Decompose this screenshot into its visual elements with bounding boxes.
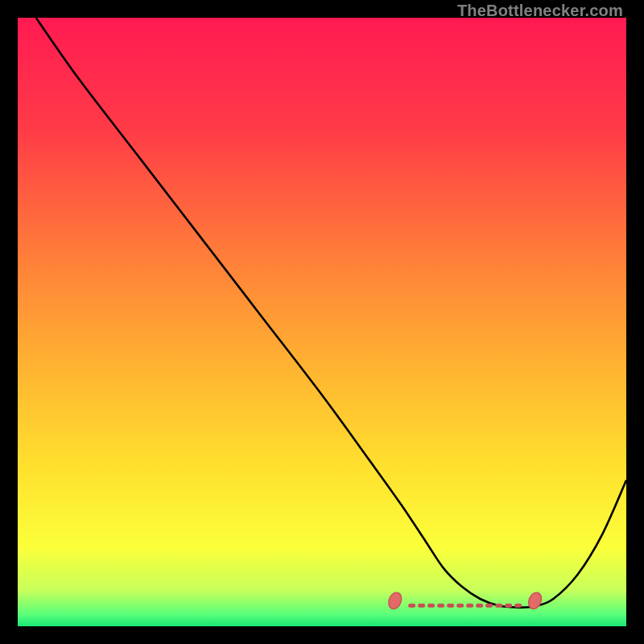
gradient-background — [18, 18, 626, 626]
chart-frame — [18, 18, 626, 626]
bottleneck-chart — [18, 18, 626, 626]
